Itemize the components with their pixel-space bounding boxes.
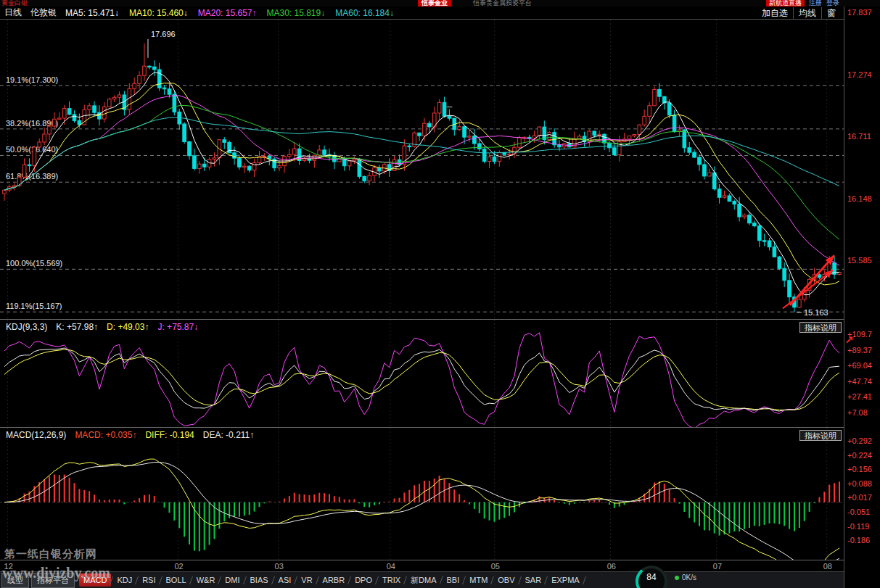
candle [3,190,7,194]
speed-label: 0K/s [682,573,696,581]
candle [458,127,461,130]
candle [418,133,422,136]
indicator-tab-rsi[interactable]: RSI [138,573,160,587]
toolbar-button-3[interactable]: 窗 [821,7,841,20]
toolbar-button-2[interactable]: 均线 [793,7,821,20]
kdj-help-button[interactable]: 指标说明 [799,322,842,333]
candle [233,153,237,158]
indicator-tab-bias[interactable]: BIAS [246,573,273,587]
candle [488,157,491,161]
promo-badge[interactable]: 新航道直播 [766,0,805,7]
candle [658,89,662,96]
kdj-axis-label: +47.74 [847,377,872,386]
candle [593,131,596,135]
indicator-tab-arbr[interactable]: ARBR [318,573,350,587]
candle [252,163,256,170]
candle [753,223,757,226]
indicator-tab-bbi[interactable]: BBI [443,573,464,587]
candle [183,124,186,142]
candle [173,94,176,112]
symbol-label[interactable]: 伦敦银 [30,7,57,19]
candle [213,158,216,160]
price-axis-label: 15.585 [847,256,872,265]
indicator-tab-w&r[interactable]: W&R [192,573,220,587]
candle [638,125,641,134]
kdj-value-label: J: +75.87↓ [157,322,198,332]
macd-axis-label: +0.292 [847,436,872,445]
macd-axis-label: -0.186 [847,536,870,544]
candle [243,166,247,167]
trend-arrow-icon: ↗ [844,334,854,347]
nav-link[interactable]: 注册 [809,0,822,7]
candle [648,106,651,117]
candle [188,142,192,156]
candle [318,150,321,155]
indicator-tab-vr[interactable]: VR [297,573,316,587]
nav-link[interactable]: 登录 [826,0,839,7]
candle [493,157,496,161]
ma-label: MA20: 15.657↑ [198,8,257,18]
candle [423,123,427,136]
candle [712,173,716,189]
candle [643,116,646,125]
candle [408,146,411,146]
macd-help-button[interactable]: 指标说明 [799,430,842,441]
candle [553,133,556,145]
candle [163,88,166,89]
candle [33,147,36,166]
indicator-tab-新dma[interactable]: 新DMA [406,573,440,588]
candle [112,97,116,99]
macd-axis-label: +0.224 [847,451,872,460]
candle [608,143,612,148]
watermark-site-name: 第一纸白银分析网 [4,547,97,561]
browser-top-strip: 黄金白银 恒泰金业 恒泰贵金属投资平台 新航道直播注册登录 [0,0,880,7]
candle [778,257,781,268]
kdj-value-label: K: +57.98↑ [56,322,98,332]
candle [768,241,771,247]
candle [693,152,696,157]
macd-indicator-chart[interactable] [0,428,844,560]
candle [238,158,242,167]
candle [193,156,197,169]
candle [437,102,441,113]
candle [443,102,446,116]
candle [353,160,356,161]
indicator-tab-boll[interactable]: BOLL [162,573,191,587]
candle [738,204,741,217]
candle [78,120,81,125]
indicator-tab-expma[interactable]: EXPMA [547,573,584,587]
indicator-tab-dpo[interactable]: DPO [350,573,377,587]
candle [773,247,776,257]
indicator-tab-dmi[interactable]: DMI [221,573,244,587]
indicator-tab-obv[interactable]: OBV [493,573,519,587]
fib-label: 50.0%(16.640) [6,145,58,154]
candles [3,44,842,312]
indicator-tab-asi[interactable]: ASI [274,573,296,587]
candle [292,149,296,154]
toolbar-button-1[interactable]: 加自选 [757,7,793,20]
j-line [4,333,839,427]
macd-value-label: DEA: -0.211↑ [203,430,254,440]
price-axis-label: 17.274 [847,70,872,79]
candle [673,115,676,132]
candle [133,83,136,88]
indicator-tab-sar[interactable]: SAR [521,573,546,587]
candle [197,164,201,168]
candle [798,299,802,307]
candle [468,136,472,137]
candle [688,148,691,152]
macd-value-label: MACD: +0.035↑ [75,430,136,440]
kdj-indicator-chart[interactable] [0,320,844,427]
indicator-tab-mtm[interactable]: MTM [465,573,492,587]
candle [247,166,251,170]
site-tagline: 恒泰贵金属投资平台 [473,0,532,7]
trading-app-window: 黄金白银 恒泰金业 恒泰贵金属投资平台 新航道直播注册登录 日线 伦敦银 MA5… [0,0,880,588]
indicator-tab-trix[interactable]: TRIX [378,573,405,587]
period-label[interactable]: 日线 [4,7,22,19]
candle [558,145,562,147]
candle [818,275,821,278]
candle [628,136,631,138]
candle [348,161,351,166]
candlestick-chart[interactable]: 19.1%(17.300)38.2%(16.890)50.0%(16.640)6… [0,20,844,319]
indicator-tab-kdj[interactable]: KDJ [112,573,136,587]
